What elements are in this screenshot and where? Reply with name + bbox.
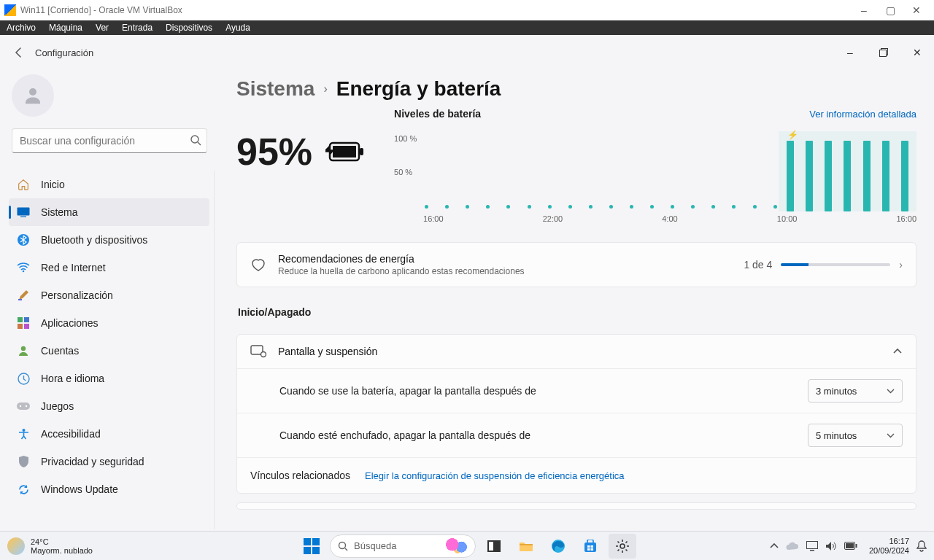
chart-area[interactable]: 100 % 50 % ⚡ 16:00 xyxy=(394,124,916,226)
svg-point-3 xyxy=(191,136,198,143)
virtualbox-menubar: Archivo Máquina Ver Entrada Dispositivos… xyxy=(0,20,934,35)
leaf-heart-icon xyxy=(250,257,266,272)
accessibility-icon xyxy=(16,427,31,441)
svg-rect-37 xyxy=(806,541,817,548)
update-icon xyxy=(16,482,31,497)
search-input[interactable] xyxy=(12,128,207,153)
taskbar-search[interactable]: Búsqueda xyxy=(330,534,476,558)
nav-windows-update[interactable]: Windows Update xyxy=(9,475,209,503)
nav-inicio[interactable]: Inicio xyxy=(9,171,209,198)
taskbar-clock[interactable]: 16:17 20/09/2024 xyxy=(869,537,909,556)
onedrive-icon[interactable] xyxy=(786,542,799,551)
nav-red[interactable]: Red e Internet xyxy=(9,254,209,281)
svg-rect-33 xyxy=(591,545,594,548)
svg-rect-5 xyxy=(18,208,30,216)
vb-menu-maquina[interactable]: Máquina xyxy=(42,23,89,33)
chevron-down-icon xyxy=(887,389,895,394)
svg-rect-13 xyxy=(24,324,29,329)
volume-icon[interactable] xyxy=(825,541,837,551)
reco-subtitle: Reduce la huella de carbono aplicando es… xyxy=(278,266,744,276)
nav-privacidad[interactable]: Privacidad y seguridad xyxy=(9,448,209,475)
screen-sleep-icon xyxy=(250,345,266,358)
energy-recommendations-card[interactable]: Recomendaciones de energía Reduce la hue… xyxy=(236,242,916,287)
nav-juegos[interactable]: Juegos xyxy=(9,392,209,420)
vb-menu-archivo[interactable]: Archivo xyxy=(0,23,42,33)
nav-label: Hora e idioma xyxy=(41,373,104,384)
chart-detail-link[interactable]: Ver información detallada xyxy=(809,109,916,120)
svg-point-17 xyxy=(20,405,21,407)
xlabel: 4:00 xyxy=(662,214,677,223)
nav-label: Windows Update xyxy=(41,483,118,495)
nav-label: Red e Internet xyxy=(41,262,106,273)
breadcrumb-parent[interactable]: Sistema xyxy=(236,77,314,101)
task-view-button[interactable] xyxy=(480,534,508,559)
dropdown-plugged-screen-off[interactable]: 5 minutos xyxy=(808,424,903,447)
virtualbox-title: Win11 [Corriendo] - Oracle VM VirtualBox xyxy=(20,5,851,15)
wifi-icon xyxy=(16,260,31,275)
vb-menu-ayuda[interactable]: Ayuda xyxy=(219,23,257,33)
user-avatar[interactable] xyxy=(12,74,54,117)
nav-label: Sistema xyxy=(41,206,78,218)
search-icon xyxy=(338,541,348,551)
nav-personalizacion[interactable]: Personalización xyxy=(9,281,209,309)
arrow-left-icon xyxy=(13,47,25,58)
weather-desc: Mayorm. nublado xyxy=(31,546,93,555)
account-icon xyxy=(16,343,31,358)
nav-hora[interactable]: Hora e idioma xyxy=(9,365,209,392)
virtualbox-titlebar: Win11 [Corriendo] - Oracle VM VirtualBox… xyxy=(0,0,934,20)
home-icon xyxy=(16,177,31,192)
related-link[interactable]: Elegir la configuración de suspensión de… xyxy=(365,470,625,481)
settings-minimize-button[interactable]: – xyxy=(833,39,867,66)
vb-menu-dispositivos[interactable]: Dispositivos xyxy=(159,23,219,33)
nav-cuentas[interactable]: Cuentas xyxy=(9,337,209,365)
edge-button[interactable] xyxy=(544,534,572,559)
nav-sistema[interactable]: Sistema xyxy=(9,198,209,226)
vm-display-icon[interactable] xyxy=(806,541,818,551)
vb-menu-entrada[interactable]: Entrada xyxy=(115,23,159,33)
vb-close-button[interactable]: ✕ xyxy=(903,1,930,19)
notifications-button[interactable] xyxy=(916,540,927,552)
svg-rect-11 xyxy=(24,317,29,322)
next-card-peek[interactable] xyxy=(236,502,916,510)
settings-nav: Inicio Sistema Bluetooth y dispositivos … xyxy=(9,171,215,529)
explorer-button[interactable] xyxy=(512,534,540,559)
tray-overflow-button[interactable] xyxy=(770,543,779,549)
vb-minimize-button[interactable]: – xyxy=(851,1,877,19)
windows-taskbar: 24°CMayorm. nublado Búsqueda 16:17 20/09… xyxy=(0,531,934,560)
reco-progress xyxy=(781,263,890,266)
settings-close-button[interactable]: ✕ xyxy=(900,39,934,66)
screen-sleep-header[interactable]: Pantalla y suspensión xyxy=(237,335,916,368)
person-icon xyxy=(22,85,44,106)
svg-rect-16 xyxy=(17,402,30,410)
taskbar-weather[interactable]: 24°CMayorm. nublado xyxy=(0,537,93,555)
gear-icon xyxy=(615,539,630,553)
nav-accesibilidad[interactable]: Accesibilidad xyxy=(9,420,209,448)
page-title: Energía y batería xyxy=(336,77,501,101)
settings-button[interactable] xyxy=(609,534,636,559)
brush-icon xyxy=(16,288,31,303)
back-button[interactable] xyxy=(10,44,28,61)
option-label: Cuando esté enchufado, apagar la pantall… xyxy=(279,429,530,441)
nav-label: Juegos xyxy=(41,400,74,412)
settings-restore-button[interactable] xyxy=(867,39,900,66)
battery-percent: 95% xyxy=(236,130,312,174)
settings-search[interactable] xyxy=(12,128,207,153)
svg-point-14 xyxy=(21,346,26,351)
svg-rect-40 xyxy=(855,544,857,548)
win11-settings-window: Configuración – ✕ Inicio Sistema Bluetoo… xyxy=(0,35,934,531)
nav-label: Cuentas xyxy=(41,345,79,357)
weather-icon xyxy=(7,537,25,555)
vb-maximize-button[interactable]: ▢ xyxy=(877,1,903,19)
nav-bluetooth[interactable]: Bluetooth y dispositivos xyxy=(9,226,209,254)
svg-point-19 xyxy=(22,429,25,432)
nav-label: Personalización xyxy=(41,289,113,301)
dropdown-battery-screen-off[interactable]: 3 minutos xyxy=(808,379,903,402)
vb-menu-ver[interactable]: Ver xyxy=(89,23,115,33)
start-button[interactable] xyxy=(298,534,325,559)
nav-aplicaciones[interactable]: Aplicaciones xyxy=(9,309,209,337)
store-button[interactable] xyxy=(576,534,604,559)
svg-rect-29 xyxy=(520,544,533,545)
svg-rect-31 xyxy=(584,542,596,552)
shield-icon xyxy=(16,454,31,469)
battery-tray-icon[interactable] xyxy=(844,542,857,550)
